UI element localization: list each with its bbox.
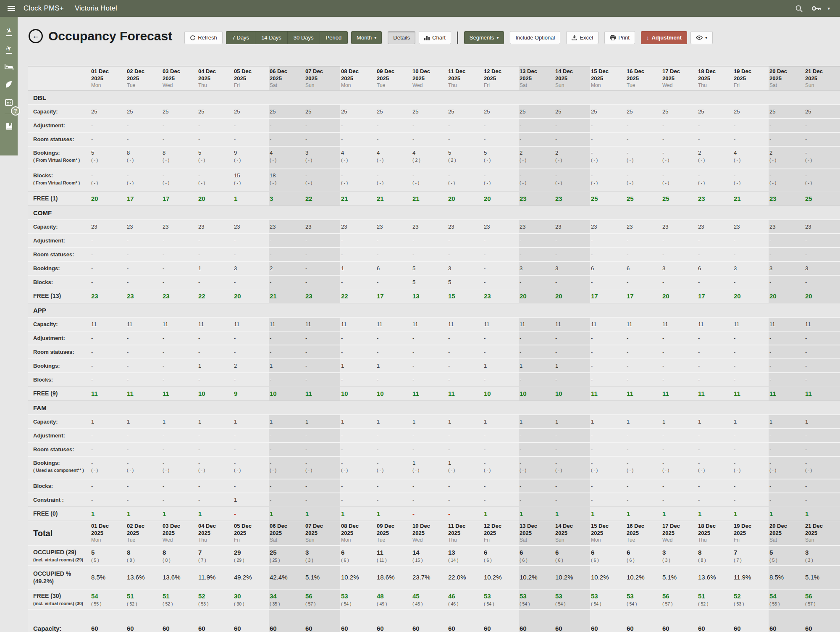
free-cell[interactable]: 25 — [626, 192, 662, 205]
leaf-icon[interactable] — [0, 76, 18, 93]
free-cell[interactable]: 23 — [697, 192, 733, 205]
free-cell[interactable]: 11 — [447, 387, 483, 400]
adjustment-button[interactable]: ↕ Adjustment — [641, 31, 687, 44]
free-cell[interactable]: 54( 55 ) — [90, 590, 126, 609]
free-cell[interactable]: 15 — [447, 289, 483, 303]
free-cell[interactable]: 20 — [483, 192, 519, 205]
help-icon[interactable]: ? — [11, 106, 20, 116]
free-cell[interactable]: 11 — [662, 387, 697, 400]
user-menu-caret-icon[interactable]: ▾ — [827, 6, 830, 11]
free-cell[interactable]: 53( 54 ) — [590, 590, 626, 609]
free-cell[interactable]: 1 — [304, 507, 340, 521]
range-7-days-button[interactable]: 7 Days — [226, 31, 255, 44]
month-dropdown[interactable]: Month ▾ — [351, 31, 382, 44]
free-cell[interactable]: 52( 53 ) — [197, 590, 233, 609]
free-cell[interactable]: 21 — [733, 192, 769, 205]
free-cell[interactable]: 1 — [733, 507, 769, 521]
free-cell[interactable]: 53( 54 ) — [554, 590, 590, 609]
back-button[interactable]: ← — [29, 29, 43, 43]
free-cell[interactable]: 53( 54 ) — [626, 590, 662, 609]
free-cell[interactable]: 1 — [269, 507, 304, 521]
free-cell[interactable]: 20 — [554, 289, 590, 303]
free-cell[interactable]: 25 — [590, 192, 626, 205]
menu-icon[interactable] — [8, 6, 15, 11]
free-cell[interactable]: 23 — [769, 192, 804, 205]
refresh-button[interactable]: Refresh — [184, 31, 223, 44]
print-button[interactable]: Print — [604, 31, 635, 44]
range-14-days-button[interactable]: 14 Days — [255, 31, 287, 44]
free-cell[interactable]: 51( 52 ) — [697, 590, 733, 609]
free-cell[interactable]: 1 — [126, 507, 162, 521]
free-cell[interactable]: 56( 57 ) — [662, 590, 697, 609]
free-cell[interactable]: 10 — [197, 387, 233, 400]
bed-icon[interactable] — [0, 58, 18, 76]
free-cell[interactable]: 17 — [162, 192, 197, 205]
free-cell[interactable]: 53( 54 ) — [483, 590, 519, 609]
free-cell[interactable]: 22 — [304, 192, 340, 205]
free-cell[interactable]: 11 — [769, 387, 804, 400]
free-cell[interactable]: 1 — [483, 507, 519, 521]
free-cell[interactable]: 34( 35 ) — [269, 590, 304, 609]
free-cell[interactable]: 1 — [90, 507, 126, 521]
free-cell[interactable]: 11 — [733, 387, 769, 400]
free-cell[interactable]: 1 — [804, 507, 840, 521]
free-cell[interactable]: - — [233, 507, 269, 521]
free-cell[interactable]: 23 — [554, 192, 590, 205]
free-cell[interactable]: 1 — [519, 507, 554, 521]
range-period-button[interactable]: Period — [320, 31, 348, 44]
search-icon[interactable] — [793, 3, 805, 14]
free-cell[interactable]: 21 — [412, 192, 447, 205]
free-cell[interactable]: 23 — [90, 289, 126, 303]
free-cell[interactable]: 11 — [697, 387, 733, 400]
free-cell[interactable]: 51( 52 ) — [126, 590, 162, 609]
plane-arrival-icon[interactable]: ✈ — [0, 23, 18, 40]
free-cell[interactable]: 11 — [162, 387, 197, 400]
free-cell[interactable]: 51( 52 ) — [162, 590, 197, 609]
free-cell[interactable]: 52( 53 ) — [733, 590, 769, 609]
free-cell[interactable]: 23 — [162, 289, 197, 303]
free-cell[interactable]: 10 — [340, 387, 376, 400]
free-cell[interactable]: 23 — [304, 289, 340, 303]
free-cell[interactable]: 13 — [412, 289, 447, 303]
free-cell[interactable]: 10 — [376, 387, 412, 400]
free-cell[interactable]: 17 — [376, 289, 412, 303]
free-cell[interactable]: 10 — [269, 387, 304, 400]
free-cell[interactable]: 25 — [662, 192, 697, 205]
free-cell[interactable]: 23 — [483, 289, 519, 303]
free-cell[interactable]: 1 — [162, 507, 197, 521]
free-cell[interactable]: 11 — [412, 387, 447, 400]
free-cell[interactable]: 20 — [233, 289, 269, 303]
free-cell[interactable]: 1 — [769, 507, 804, 521]
range-30-days-button[interactable]: 30 Days — [287, 31, 320, 44]
free-cell[interactable]: 54( 55 ) — [769, 590, 804, 609]
free-cell[interactable]: - — [447, 507, 483, 521]
free-cell[interactable]: 3 — [269, 192, 304, 205]
free-cell[interactable]: 46( 46 ) — [447, 590, 483, 609]
free-cell[interactable]: 20 — [733, 289, 769, 303]
free-cell[interactable]: 56( 57 ) — [804, 590, 840, 609]
free-cell[interactable]: 1 — [233, 192, 269, 205]
free-cell[interactable]: 11 — [626, 387, 662, 400]
free-cell[interactable]: 10 — [554, 387, 590, 400]
free-cell[interactable]: 17 — [590, 289, 626, 303]
free-cell[interactable]: 17 — [626, 289, 662, 303]
free-cell[interactable]: 23 — [519, 192, 554, 205]
free-cell[interactable]: 20 — [447, 192, 483, 205]
free-cell[interactable]: 45( 45 ) — [412, 590, 447, 609]
free-cell[interactable]: 1 — [590, 507, 626, 521]
key-icon[interactable] — [811, 3, 822, 14]
free-cell[interactable]: 11 — [590, 387, 626, 400]
free-cell[interactable]: 22 — [197, 289, 233, 303]
free-cell[interactable]: 1 — [554, 507, 590, 521]
free-cell[interactable]: 20 — [769, 289, 804, 303]
free-cell[interactable]: 1 — [376, 507, 412, 521]
free-cell[interactable]: 20 — [90, 192, 126, 205]
plane-departure-icon[interactable]: ✈ — [0, 40, 18, 58]
free-cell[interactable]: 10 — [519, 387, 554, 400]
free-cell[interactable]: 22 — [340, 289, 376, 303]
free-cell[interactable]: 1 — [662, 507, 697, 521]
free-cell[interactable]: - — [412, 507, 447, 521]
free-cell[interactable]: 11 — [304, 387, 340, 400]
free-cell[interactable]: 1 — [340, 507, 376, 521]
free-cell[interactable]: 30( 30 ) — [233, 590, 269, 609]
